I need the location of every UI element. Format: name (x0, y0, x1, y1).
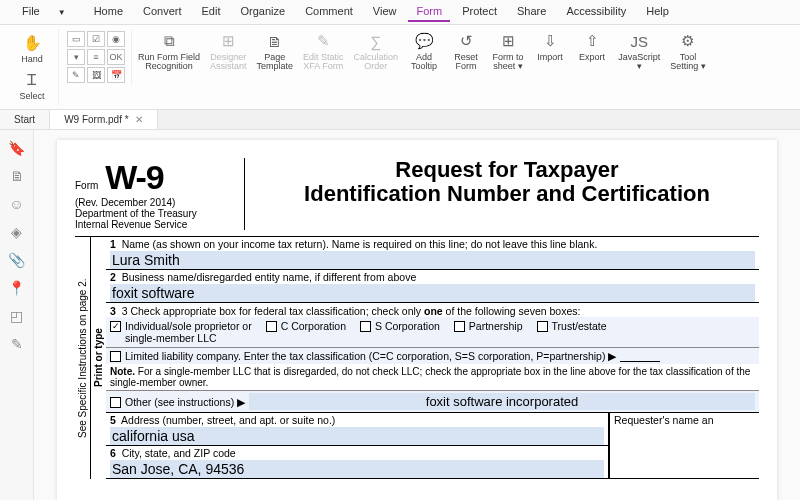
cb-scorp[interactable]: S Corporation (360, 320, 440, 332)
form-department: Department of the Treasury Internal Reve… (75, 208, 236, 230)
page-template-button[interactable]: 🗎 Page Template (253, 29, 298, 73)
comments-panel-icon[interactable]: ☺ (9, 196, 23, 212)
page-template-label: Page Template (257, 53, 294, 71)
attachment-panel-icon[interactable]: 📎 (8, 252, 25, 268)
select-tool-button[interactable]: Ꮖ Select (12, 68, 52, 103)
import-label: Import (537, 53, 563, 62)
layers-panel-icon[interactable]: ◈ (11, 224, 22, 240)
line1-header: 1 Name (as shown on your income tax retu… (110, 238, 755, 250)
add-tooltip-button[interactable]: 💬 Add Tooltip (404, 29, 444, 73)
reset-form-button[interactable]: ↺ Reset Form (446, 29, 486, 73)
export-button[interactable]: ⇧ Export (572, 29, 612, 64)
business-name-field[interactable]: foxit software (110, 284, 755, 302)
import-button[interactable]: ⇩ Import (530, 29, 570, 64)
pdf-page: Form W-9 (Rev. December 2014) Department… (57, 140, 777, 500)
vertical-print-type: Print or type (90, 237, 106, 479)
tab-document-label: W9 Form.pdf * (64, 114, 128, 125)
menu-organize[interactable]: Organize (233, 2, 294, 22)
combo-field-button[interactable]: ▾ (67, 49, 85, 65)
menu-convert[interactable]: Convert (135, 2, 190, 22)
tab-start[interactable]: Start (0, 110, 50, 129)
button-field-button[interactable]: OK (107, 49, 125, 65)
gear-icon: ⚙ (678, 31, 698, 51)
other-field[interactable]: foxit software incorporated (249, 393, 755, 410)
checkbox-field-button[interactable]: ☑ (87, 31, 105, 47)
form-revision: (Rev. December 2014) (75, 197, 236, 208)
close-tab-icon[interactable]: ✕ (135, 114, 143, 125)
signature-field-button[interactable]: ✎ (67, 67, 85, 83)
designer-icon: ⊞ (218, 31, 238, 51)
hand-tool-button[interactable]: ✋ Hand (12, 31, 52, 66)
cb-other[interactable]: Other (see instructions) ▶ (110, 396, 245, 408)
text-field-button[interactable]: ▭ (67, 31, 85, 47)
tooltip-icon: 💬 (414, 31, 434, 51)
run-form-recognition-button[interactable]: ⧉ Run Form Field Recognition (134, 29, 204, 73)
menu-home[interactable]: Home (86, 2, 131, 22)
vertical-see-instructions: See Specific Instructions on page 2. (75, 237, 90, 479)
designer-label: Designer Assistant (210, 53, 247, 71)
menu-help[interactable]: Help (638, 2, 677, 22)
cb-trust[interactable]: Trust/estate (537, 320, 607, 332)
xfa-label: Edit Static XFA Form (303, 53, 344, 71)
menu-form[interactable]: Form (408, 2, 450, 22)
calc-icon: ∑ (366, 31, 386, 51)
cb-llc[interactable]: Limited liability company. Enter the tax… (110, 350, 616, 362)
radio-field-button[interactable]: ◉ (107, 31, 125, 47)
form-number: W-9 (105, 158, 164, 196)
form-to-sheet-button[interactable]: ⊞ Form to sheet ▾ (488, 29, 528, 73)
js-label: JavaScript ▾ (618, 53, 660, 71)
select-label: Select (19, 92, 44, 101)
menu-share[interactable]: Share (509, 2, 554, 22)
cb-partnership[interactable]: Partnership (454, 320, 523, 332)
requester-header: Requester's name an (609, 413, 759, 478)
select-icon: Ꮖ (22, 70, 42, 90)
menu-accessibility[interactable]: Accessibility (558, 2, 634, 22)
menu-file[interactable]: File▼ (6, 2, 82, 22)
menu-edit[interactable]: Edit (194, 2, 229, 22)
cb-individual[interactable]: ✓Individual/sole proprietor or single-me… (110, 320, 252, 344)
page-template-icon: 🗎 (265, 31, 285, 51)
image-field-button[interactable]: 🖼 (87, 67, 105, 83)
bookmark-panel-icon[interactable]: 🔖 (8, 140, 25, 156)
cb-ccorp[interactable]: C Corporation (266, 320, 346, 332)
line2-header: 2 Business name/disregarded entity name,… (110, 271, 755, 283)
hand-icon: ✋ (22, 33, 42, 53)
signature-panel-icon[interactable]: ✎ (11, 336, 23, 352)
edit-static-xfa-button[interactable]: ✎ Edit Static XFA Form (299, 29, 348, 73)
hand-label: Hand (21, 55, 43, 64)
form-title: Request for Taxpayer Identification Numb… (255, 158, 759, 206)
document-tabs: Start W9 Form.pdf * ✕ (0, 110, 800, 130)
list-field-button[interactable]: ≡ (87, 49, 105, 65)
document-canvas[interactable]: Form W-9 (Rev. December 2014) Department… (34, 130, 800, 500)
form-field-grid: ▭ ☑ ◉ ▾ ≡ OK ✎ 🖼 📅 (67, 31, 125, 83)
run-form-label: Run Form Field Recognition (138, 53, 200, 71)
left-sidebar: 🔖 🗎 ☺ ◈ 📎 📍 ◰ ✎ (0, 130, 34, 500)
xfa-icon: ✎ (313, 31, 333, 51)
menu-bar: File▼ Home Convert Edit Organize Comment… (0, 0, 800, 25)
city-field[interactable]: San Jose, CA, 94536 (110, 460, 604, 478)
designer-assistant-button[interactable]: ⊞ Designer Assistant (206, 29, 251, 73)
javascript-button[interactable]: JS JavaScript ▾ (614, 29, 664, 73)
import-icon: ⇩ (540, 31, 560, 51)
fields-panel-icon[interactable]: ◰ (10, 308, 23, 324)
menu-comment[interactable]: Comment (297, 2, 361, 22)
pages-panel-icon[interactable]: 🗎 (10, 168, 24, 184)
sheet-icon: ⊞ (498, 31, 518, 51)
tooltip-label: Add Tooltip (411, 53, 437, 71)
tool-setting-button[interactable]: ⚙ Tool Setting ▾ (666, 29, 710, 73)
line6-header: 6 City, state, and ZIP code (110, 447, 604, 459)
tab-document[interactable]: W9 Form.pdf * ✕ (50, 110, 157, 129)
line3-header: 3 3 Check appropriate box for federal ta… (106, 303, 759, 317)
menu-protect[interactable]: Protect (454, 2, 505, 22)
calculation-order-button[interactable]: ∑ Calculation Order (350, 29, 403, 73)
js-icon: JS (629, 31, 649, 51)
sheet-label: Form to sheet ▾ (493, 53, 524, 71)
line5-header: 5 Address (number, street, and apt. or s… (110, 414, 604, 426)
date-field-button[interactable]: 📅 (107, 67, 125, 83)
destination-panel-icon[interactable]: 📍 (8, 280, 25, 296)
reset-icon: ↺ (456, 31, 476, 51)
name-field[interactable]: Lura Smith (110, 251, 755, 269)
address-field[interactable]: california usa (110, 427, 604, 445)
llc-classification-field[interactable] (620, 351, 660, 362)
menu-view[interactable]: View (365, 2, 405, 22)
